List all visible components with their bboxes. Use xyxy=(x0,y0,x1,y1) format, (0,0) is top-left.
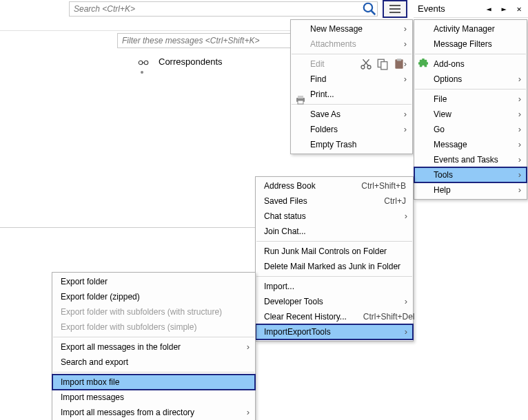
search-input[interactable] xyxy=(70,4,362,14)
svg-rect-2 xyxy=(389,5,400,6)
tools-submenu: Address BookCtrl+Shift+B Saved FilesCtrl… xyxy=(255,176,414,342)
menu-delete-junk[interactable]: Delete Mail Marked as Junk in Folder xyxy=(256,259,413,274)
menu-tools[interactable]: Tools xyxy=(414,167,527,182)
menu-chat-status[interactable]: Chat status xyxy=(256,209,413,224)
menu-events-tasks[interactable]: Events and Tasks xyxy=(414,152,527,167)
menu-file[interactable]: File xyxy=(414,92,527,107)
bullet-icon xyxy=(141,71,143,74)
menu-separator xyxy=(415,54,526,54)
menu-address-book[interactable]: Address BookCtrl+Shift+B xyxy=(256,178,413,193)
printer-icon xyxy=(295,95,306,107)
menu-help[interactable]: Help xyxy=(414,182,527,198)
events-panel-header: Events ◄ ► ✕ xyxy=(414,0,528,18)
menu-import-messages[interactable]: Import messages xyxy=(52,390,255,405)
menu-options[interactable]: Options xyxy=(414,72,527,87)
column-header-correspondents[interactable]: Correspondents xyxy=(138,56,223,67)
menu-separator xyxy=(256,241,412,242)
menu-empty-trash[interactable]: Empty Trash xyxy=(291,137,412,152)
menu-export-all-messages[interactable]: Export all messages in the folder xyxy=(52,339,255,355)
search-icon[interactable] xyxy=(362,2,377,16)
glasses-icon xyxy=(138,59,149,65)
menu-developer-tools[interactable]: Developer Tools xyxy=(256,294,413,309)
svg-point-6 xyxy=(144,61,148,65)
svg-point-8 xyxy=(367,65,371,69)
menu-activity-manager[interactable]: Activity Manager xyxy=(414,21,527,36)
menu-search-export[interactable]: Search and export xyxy=(52,355,255,370)
svg-rect-10 xyxy=(381,62,387,70)
menu-separator xyxy=(53,337,254,337)
menu-clear-history[interactable]: Clear Recent History...Ctrl+Shift+Del xyxy=(256,309,413,324)
svg-rect-12 xyxy=(397,59,402,61)
events-next-icon[interactable]: ► xyxy=(499,4,509,14)
addons-icon xyxy=(418,59,428,70)
menu-separator xyxy=(292,54,412,54)
pane-divider xyxy=(0,227,262,228)
app-menu-secondary: Activity Manager Message Filters Add-ons… xyxy=(414,19,527,200)
events-title: Events xyxy=(418,3,478,14)
import-export-tools-submenu: Export folder Export folder (zipped) Exp… xyxy=(52,272,256,420)
menu-export-subfolders-structure: Export folder with subfolders (with stru… xyxy=(52,304,255,319)
global-search[interactable] xyxy=(69,1,378,17)
menu-view[interactable]: View xyxy=(414,107,527,122)
menu-import-mbox[interactable]: Import mbox file xyxy=(52,375,255,390)
svg-rect-14 xyxy=(298,96,303,98)
menu-separator xyxy=(53,372,254,372)
app-menu-button[interactable] xyxy=(383,0,407,18)
menu-import[interactable]: Import... xyxy=(256,279,413,294)
menu-attachments: Attachments xyxy=(291,36,412,52)
menu-folders[interactable]: Folders xyxy=(291,122,412,137)
svg-rect-3 xyxy=(389,8,400,10)
menu-separator xyxy=(256,276,412,277)
menu-import-all-directory[interactable]: Import all messages from a directory xyxy=(52,405,255,420)
svg-rect-15 xyxy=(298,101,303,104)
correspondents-label: Correspondents xyxy=(159,56,223,67)
menu-edit: Edit xyxy=(291,56,412,72)
svg-rect-4 xyxy=(389,12,400,13)
svg-point-5 xyxy=(139,61,143,65)
menu-find[interactable]: Find xyxy=(291,72,412,87)
app-menu: New Message Attachments Edit Find Print.… xyxy=(290,19,413,154)
menu-export-folder[interactable]: Export folder xyxy=(52,274,255,289)
cut-icon[interactable] xyxy=(360,58,372,70)
menu-export-folder-zipped[interactable]: Export folder (zipped) xyxy=(52,289,255,304)
menu-new-message[interactable]: New Message xyxy=(291,21,412,36)
svg-line-1 xyxy=(372,11,376,15)
menu-save-as[interactable]: Save As xyxy=(291,107,412,122)
menu-run-junk[interactable]: Run Junk Mail Controls on Folder xyxy=(256,244,413,259)
menu-import-export-tools[interactable]: ImportExportTools xyxy=(256,324,413,339)
svg-point-0 xyxy=(364,3,372,12)
menu-separator xyxy=(415,89,526,90)
menu-saved-files[interactable]: Saved FilesCtrl+J xyxy=(256,193,413,209)
events-close-icon[interactable]: ✕ xyxy=(514,4,524,14)
menu-export-subfolders-simple: Export folder with subfolders (simple) xyxy=(52,319,255,335)
svg-point-7 xyxy=(361,65,365,69)
copy-icon[interactable] xyxy=(376,58,389,70)
menu-print[interactable]: Print... xyxy=(291,87,412,102)
menu-addons[interactable]: Add-ons xyxy=(414,56,527,72)
menu-message-filters[interactable]: Message Filters xyxy=(414,36,527,52)
menu-go[interactable]: Go xyxy=(414,122,527,137)
menu-join-chat[interactable]: Join Chat... xyxy=(256,224,413,239)
menu-separator xyxy=(292,104,412,105)
menu-message[interactable]: Message xyxy=(414,137,527,152)
events-prev-icon[interactable]: ◄ xyxy=(484,4,494,14)
